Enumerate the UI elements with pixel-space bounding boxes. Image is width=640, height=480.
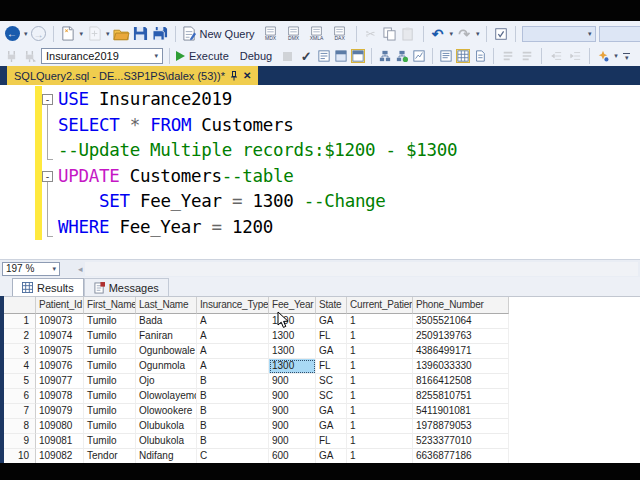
table-cell[interactable]: 1: [347, 449, 413, 464]
document-tab[interactable]: SQLQuery2.sql - DE...S3P1PS\dalex (53))*…: [7, 66, 258, 85]
code-line[interactable]: USE Insurance2019: [58, 87, 457, 113]
row-header-cell[interactable]: 3: [4, 344, 36, 359]
row-header-cell[interactable]: 8: [4, 419, 36, 434]
code-line[interactable]: --Update Multiple records:$1200 - $1300: [58, 138, 457, 164]
table-cell[interactable]: A: [197, 329, 269, 344]
results-to-grid-button[interactable]: [456, 49, 470, 63]
column-header[interactable]: First_Name: [84, 297, 136, 314]
table-cell[interactable]: Ogunbowale: [136, 344, 197, 359]
row-header-cell[interactable]: 5: [4, 374, 36, 389]
table-cell[interactable]: C: [197, 449, 269, 464]
redo-button[interactable]: ↷: [456, 25, 472, 43]
new-file-caret-icon[interactable]: ▾: [80, 30, 84, 38]
execute-button[interactable]: Execute: [176, 47, 233, 65]
table-cell[interactable]: A: [197, 359, 269, 374]
new-mdx-query-button[interactable]: MDX: [261, 25, 281, 43]
redo-caret-icon[interactable]: ▾: [476, 30, 480, 38]
column-header[interactable]: State: [316, 297, 347, 314]
tab-messages[interactable]: Messages: [84, 278, 169, 296]
template-caret-icon[interactable]: ▾: [614, 52, 618, 60]
table-cell[interactable]: GA: [316, 449, 347, 464]
table-cell[interactable]: Olowolayemo: [136, 389, 197, 404]
table-cell[interactable]: 1: [347, 329, 413, 344]
uncomment-button[interactable]: [519, 49, 535, 63]
row-header-cell[interactable]: 9: [4, 434, 36, 449]
table-cell[interactable]: 1: [347, 419, 413, 434]
table-cell[interactable]: Tumilo: [84, 314, 136, 329]
table-cell[interactable]: B: [197, 404, 269, 419]
table-cell[interactable]: FL: [316, 359, 347, 374]
row-header-cell[interactable]: 2: [4, 329, 36, 344]
table-cell[interactable]: 6636877186: [413, 449, 509, 464]
table-cell[interactable]: 1: [347, 434, 413, 449]
table-cell[interactable]: 900: [269, 419, 316, 434]
debug-button[interactable]: Debug: [236, 47, 276, 65]
new-dax-query-button[interactable]: DAX: [330, 25, 350, 43]
add-item-caret-icon[interactable]: ▾: [106, 30, 110, 38]
table-cell[interactable]: A: [197, 314, 269, 329]
live-statistics-button[interactable]: [395, 49, 409, 63]
table-cell[interactable]: GA: [316, 404, 347, 419]
code-line[interactable]: UPDATE Customers--table: [58, 164, 457, 190]
table-cell[interactable]: 1300: [269, 344, 316, 359]
fold-toggle-icon[interactable]: -: [42, 94, 53, 105]
decrease-indent-button[interactable]: [548, 49, 564, 63]
table-cell[interactable]: Tumilo: [84, 374, 136, 389]
table-cell[interactable]: 900: [269, 404, 316, 419]
estimated-plan-button[interactable]: [317, 49, 331, 63]
table-cell[interactable]: B: [197, 389, 269, 404]
comment-button[interactable]: [500, 49, 516, 63]
table-cell[interactable]: B: [197, 419, 269, 434]
row-header-cell[interactable]: 7: [4, 404, 36, 419]
actual-plan-button[interactable]: [378, 49, 392, 63]
table-cell[interactable]: 900: [269, 374, 316, 389]
table-cell[interactable]: 109082: [36, 449, 84, 464]
column-header[interactable]: Insurance_Type: [197, 297, 269, 314]
toolbar-overflow-button[interactable]: ▾: [623, 53, 630, 60]
table-cell[interactable]: Olubukola: [136, 419, 197, 434]
table-cell[interactable]: Bada: [136, 314, 197, 329]
table-cell[interactable]: 900: [269, 434, 316, 449]
connect-button[interactable]: [3, 47, 19, 65]
column-header[interactable]: Patient_Id: [36, 297, 84, 314]
cancel-query-button[interactable]: [279, 47, 295, 65]
row-header-cell[interactable]: 1: [4, 314, 36, 329]
table-cell[interactable]: 109078: [36, 389, 84, 404]
table-cell[interactable]: Tumilo: [84, 419, 136, 434]
table-cell[interactable]: 1300: [269, 359, 316, 374]
table-cell[interactable]: 109075: [36, 344, 84, 359]
table-cell[interactable]: Tumilo: [84, 359, 136, 374]
editor-zoom-combo[interactable]: 197 % ▾: [2, 262, 60, 276]
paste-button[interactable]: [401, 25, 417, 43]
intellisense-toggle-button[interactable]: [493, 25, 509, 43]
table-cell[interactable]: Faniran: [136, 329, 197, 344]
hscroll-left-arrow-icon[interactable]: ◂: [78, 264, 83, 274]
undo-button[interactable]: ↶: [430, 25, 446, 43]
table-cell[interactable]: 109077: [36, 374, 84, 389]
new-file-button[interactable]: [60, 25, 76, 43]
table-cell[interactable]: SC: [316, 374, 347, 389]
results-to-text-button[interactable]: [439, 49, 453, 63]
new-xmla-query-button[interactable]: XMLA: [307, 25, 327, 43]
table-cell[interactable]: 8166412508: [413, 374, 509, 389]
save-button[interactable]: [133, 25, 149, 43]
table-cell[interactable]: GA: [316, 314, 347, 329]
save-all-button[interactable]: [152, 25, 169, 43]
toolbar-combo-2[interactable]: [599, 26, 640, 42]
undo-caret-icon[interactable]: ▾: [450, 30, 454, 38]
navigate-forward-button[interactable]: →: [31, 25, 47, 43]
table-cell[interactable]: Tumilo: [84, 389, 136, 404]
table-cell[interactable]: 1: [347, 344, 413, 359]
table-cell[interactable]: 109079: [36, 404, 84, 419]
table-cell[interactable]: 109080: [36, 419, 84, 434]
table-cell[interactable]: FL: [316, 329, 347, 344]
cut-button[interactable]: ✂: [363, 25, 379, 43]
toolbar-combo-1[interactable]: ▾: [522, 26, 596, 42]
available-databases-combo[interactable]: Insurance2019 ▾: [41, 48, 163, 64]
table-cell[interactable]: Ojo: [136, 374, 197, 389]
open-file-button[interactable]: [113, 25, 130, 43]
navigate-back-button[interactable]: ←: [4, 25, 20, 43]
code-line[interactable]: WHERE Fee_Year = 1200: [58, 215, 457, 241]
table-cell[interactable]: 900: [269, 389, 316, 404]
increase-indent-button[interactable]: [567, 49, 583, 63]
